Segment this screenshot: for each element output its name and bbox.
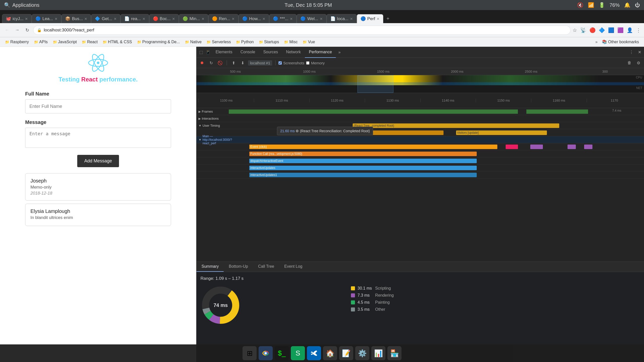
- tab-event-log[interactable]: Event Log: [279, 262, 307, 272]
- extension1-icon[interactable]: 🔴: [589, 27, 596, 33]
- delete-recording-button[interactable]: 🗑: [626, 59, 633, 66]
- menu-icon[interactable]: ⋮: [636, 27, 641, 33]
- download-button[interactable]: ⬇: [239, 59, 246, 66]
- tab-min[interactable]: 🟢Min...✕: [179, 14, 208, 23]
- bookmark-javascript[interactable]: 📁 JavaScript: [50, 39, 79, 45]
- bookmark-misc[interactable]: 📁 Misc: [281, 39, 300, 45]
- event-mini-block2[interactable]: [530, 145, 543, 149]
- react-tree-block[interactable]: (React Tree...completed Root): [353, 123, 559, 128]
- add-message-button[interactable]: Add Message: [77, 155, 119, 167]
- tab-ren[interactable]: 🟠Ren...✕: [208, 14, 238, 23]
- tab-icyj[interactable]: 🐙icyJ...✕: [2, 14, 32, 23]
- recording-label[interactable]: localhost #1: [248, 60, 272, 66]
- tab-call-tree[interactable]: Call Tree: [253, 262, 279, 272]
- frame-block-main[interactable]: [229, 109, 518, 114]
- extension5-icon[interactable]: 👤: [627, 27, 633, 33]
- tab-perf[interactable]: 🔵Perf✕: [357, 14, 383, 23]
- taskbar-chrome[interactable]: [259, 346, 273, 360]
- timeline-overview[interactable]: CPU NET: [196, 75, 644, 93]
- frames-expand-icon[interactable]: ▶: [198, 110, 201, 113]
- full-name-input[interactable]: [25, 99, 171, 113]
- other-bookmarks-button[interactable]: 📚 Other bookmarks: [599, 38, 641, 45]
- devtools-settings-icon[interactable]: ⋮: [628, 49, 635, 56]
- bookmark-vue[interactable]: 📁 Vue: [300, 39, 317, 45]
- bookmark-python[interactable]: 📁 Python: [233, 39, 256, 45]
- visitors-block[interactable]: Visitors [update]: [456, 130, 547, 135]
- interactive-updates2-block[interactable]: interactiveUpdates1: [249, 173, 477, 177]
- tab-lea[interactable]: 🔵Lea...✕: [32, 14, 61, 23]
- power-icon[interactable]: ⏻: [635, 2, 640, 8]
- taskbar-terminal[interactable]: $_: [275, 346, 289, 360]
- bookmark-html-css[interactable]: 📁 HTML & CSS: [100, 39, 134, 45]
- tab-how[interactable]: 🔵How...✕: [238, 14, 269, 23]
- taskbar-vscode[interactable]: [307, 346, 321, 360]
- dispatch-block[interactable]: dispatchInteractiveEvent: [249, 159, 477, 163]
- bookmark-raspberry[interactable]: 📁 Raspberry: [3, 39, 31, 45]
- tab-network[interactable]: Network: [282, 47, 305, 58]
- taskbar-window-manager[interactable]: ⊞: [243, 346, 257, 360]
- bookmark-apis[interactable]: 📁 APIs: [31, 39, 50, 45]
- function-call-block[interactable]: Function Call (rea...velopment.js:5080): [249, 152, 477, 156]
- extension2-icon[interactable]: 🔷: [599, 27, 605, 33]
- timeline-selection[interactable]: [357, 75, 393, 93]
- upload-button[interactable]: ⬆: [230, 59, 237, 66]
- address-bar[interactable]: 🔒 localhost:3000/?react_perf: [33, 26, 571, 35]
- taskbar-files[interactable]: 🏠: [323, 346, 337, 360]
- frame-block-2[interactable]: [526, 109, 588, 114]
- devtools-more-tabs-icon[interactable]: »: [336, 49, 343, 56]
- event-mini-block1[interactable]: [506, 145, 518, 149]
- tab-bus[interactable]: 📦Bus...✕: [61, 14, 91, 23]
- event-mini-block3[interactable]: [568, 145, 576, 149]
- devtools-responsive-icon[interactable]: 📱: [205, 49, 212, 56]
- url-text[interactable]: localhost:3000/?react_perf: [44, 28, 567, 33]
- bookmark-star-icon[interactable]: ☆: [573, 27, 577, 33]
- cast-icon[interactable]: 📡: [580, 27, 586, 33]
- tab-get[interactable]: 🔷Get...✕: [91, 14, 120, 23]
- tab-rea[interactable]: 📄rea...✕: [120, 14, 149, 23]
- extension4-icon[interactable]: 🟪: [617, 27, 624, 33]
- message-input[interactable]: [25, 128, 171, 148]
- wifi-icon[interactable]: 📶: [588, 2, 594, 8]
- back-button[interactable]: ←: [3, 26, 11, 34]
- user-timing-expand-icon[interactable]: ▼: [198, 124, 202, 127]
- main-expand-icon[interactable]: ▼: [198, 138, 202, 142]
- screenshots-checkbox[interactable]: [278, 61, 282, 65]
- clear-button[interactable]: 🚫: [217, 59, 224, 66]
- bookmark-react[interactable]: 📁 React: [79, 39, 100, 45]
- app-block[interactable]: Ap...: [353, 130, 444, 135]
- bookmark-serverless[interactable]: 📁 Serverless: [204, 39, 233, 45]
- reload-record-button[interactable]: ↻: [208, 59, 215, 66]
- tab-performance[interactable]: Performance: [305, 47, 336, 58]
- perf-settings-button[interactable]: ⚙: [635, 59, 642, 66]
- interactive-updates-block[interactable]: interactiveUpdates: [249, 166, 477, 170]
- tab-boc[interactable]: 🔴Boc...✕: [149, 14, 179, 23]
- taskbar-store[interactable]: 🏪: [387, 346, 401, 360]
- applications-label[interactable]: Applications: [12, 2, 39, 8]
- tab-summary[interactable]: Summary: [196, 262, 224, 272]
- memory-checkbox-label[interactable]: Memory: [306, 61, 325, 65]
- event-click-block[interactable]: Event (click): [249, 145, 497, 149]
- tab-stars[interactable]: 🔵***...✕: [269, 14, 297, 23]
- bookmark-programming[interactable]: 📁 Programming & De...: [135, 39, 182, 45]
- tab-loca[interactable]: 📄loca...✕: [327, 14, 357, 23]
- tab-add-button[interactable]: +: [383, 14, 392, 23]
- tab-elements[interactable]: Elements: [212, 47, 236, 58]
- search-icon[interactable]: 🔍: [4, 2, 10, 8]
- taskbar-slides[interactable]: S: [291, 346, 305, 360]
- event-mini-block4[interactable]: [584, 145, 592, 149]
- bookmark-startups[interactable]: 📁 Startups: [256, 39, 282, 45]
- notification-icon[interactable]: 🔔: [624, 2, 630, 8]
- forward-button[interactable]: →: [13, 26, 21, 34]
- taskbar-monitor[interactable]: 📊: [371, 346, 385, 360]
- tab-console[interactable]: Console: [236, 47, 259, 58]
- taskbar-toggle[interactable]: ⚙️: [355, 346, 369, 360]
- taskbar-notes[interactable]: 📝: [339, 346, 353, 360]
- volume-icon[interactable]: 🔇: [577, 2, 583, 8]
- tab-wel[interactable]: 🔵Wel...✕: [297, 14, 326, 23]
- bookmarks-more-button[interactable]: »: [593, 39, 599, 45]
- reload-button[interactable]: ↻: [23, 26, 31, 34]
- tab-sources[interactable]: Sources: [259, 47, 282, 58]
- extension3-icon[interactable]: 🟦: [608, 27, 614, 33]
- interactions-expand-icon[interactable]: ▶: [198, 117, 201, 120]
- devtools-close-icon[interactable]: ✕: [636, 49, 643, 56]
